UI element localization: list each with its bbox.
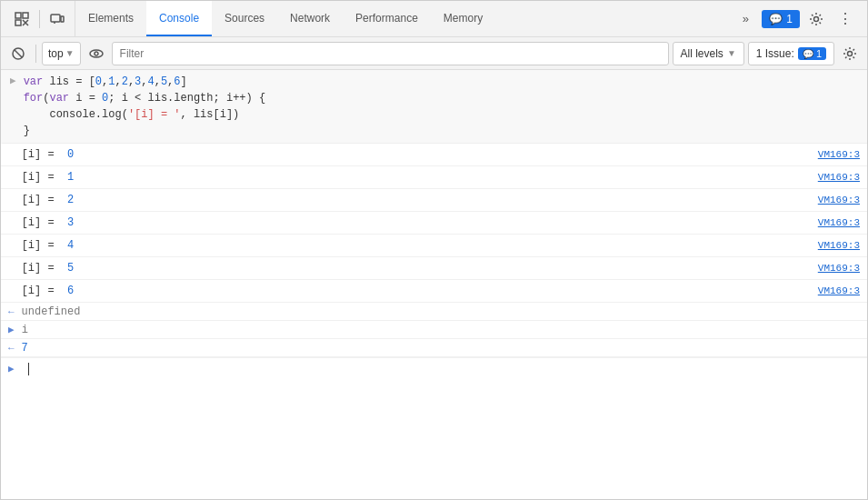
output-left-arrow: ← [8,306,15,317]
console-cursor[interactable] [22,363,29,375]
console-output: ▶ var lis = [0,1,2,3,4,5,6] for(var i = … [1,70,867,500]
toolbar-separator-1 [35,45,36,63]
tab-performance[interactable]: Performance [343,1,431,36]
code-block: var lis = [0,1,2,3,4,5,6] for(var i = 0;… [24,74,860,139]
tab-end-actions: » 💬 1 ⋮ [727,6,863,32]
main-tabs: Elements Console Sources Network Perform… [75,1,727,36]
expand-arrow[interactable]: ▶ [10,75,16,86]
chat-icon: 💬 [769,13,783,25]
log-line-2: ▶ [i] = 2 VM169:3 [1,189,867,212]
clear-console-button[interactable] [6,42,30,65]
vm-link-5[interactable]: VM169:3 [818,259,860,277]
tab-memory[interactable]: Memory [431,1,495,36]
chevron-down-icon: ▼ [65,48,75,58]
vm-link-0[interactable]: VM169:3 [818,145,860,164]
code-line-1: var lis = [0,1,2,3,4,5,6] [24,74,860,90]
svg-point-4 [814,16,819,21]
tab-sources[interactable]: Sources [212,1,277,36]
seven-output: ← 7 [1,339,867,357]
code-entry-block: ▶ var lis = [0,1,2,3,4,5,6] for(var i = … [1,70,867,144]
chevron-down-icon: ▼ [727,48,736,58]
tab-console[interactable]: Console [146,1,212,36]
seven-text: 7 [22,342,28,355]
devtools-icons [5,1,75,36]
issues-counter-button[interactable]: 1 Issue: 💬 1 [748,42,834,65]
more-options-button[interactable]: ⋮ [833,6,858,32]
output-left-arrow-2: ← [8,343,15,354]
live-expressions-button[interactable] [85,42,108,65]
undefined-output: ← undefined [1,303,867,321]
svg-point-7 [90,50,103,57]
svg-rect-0 [15,13,21,18]
more-tabs-button[interactable]: » [733,6,758,32]
console-toolbar: top ▼ All levels ▼ 1 Issue: 💬 1 [1,37,867,70]
i-input-line: ▶ i [1,321,867,339]
vm-link-6[interactable]: VM169:3 [818,282,860,300]
log-line-1: ▶ [i] = 1 VM169:3 [1,166,867,189]
code-line-3: console.log('[i] = ', lis[i]) [24,106,860,123]
icon-separator [39,10,40,28]
svg-rect-2 [61,16,64,22]
log-levels-selector[interactable]: All levels ▼ [673,42,744,65]
log-line-3: ▶ [i] = 3 VM169:3 [1,212,867,235]
settings-button[interactable] [803,6,829,32]
code-line-2: for(var i = 0; i < lis.length; i++) { [24,90,860,106]
vm-link-1[interactable]: VM169:3 [818,168,860,186]
issue-badge: 💬 1 [798,47,826,60]
log-line-0: ▶ [i] = 0 VM169:3 [1,144,867,166]
tab-bar: Elements Console Sources Network Perform… [1,1,867,37]
svg-line-6 [15,50,22,57]
vm-link-3[interactable]: VM169:3 [818,214,860,232]
log-line-5: ▶ [i] = 5 VM169:3 [1,257,867,280]
svg-rect-1 [51,15,60,22]
tab-network[interactable]: Network [277,1,343,36]
console-input-line[interactable]: ▶ [1,357,867,379]
input-right-arrow: ▶ [8,324,15,335]
undefined-text: undefined [22,305,81,318]
prompt-arrow: ▶ [8,363,15,375]
filter-input[interactable] [112,42,669,65]
svg-point-9 [848,51,853,55]
log-line-4: ▶ [i] = 4 VM169:3 [1,235,867,257]
tab-elements[interactable]: Elements [75,1,146,36]
i-text: i [22,324,28,336]
messages-badge-button[interactable]: 💬 1 [762,10,800,28]
vm-link-4[interactable]: VM169:3 [818,236,860,255]
code-line-4: } [24,123,860,139]
console-settings-button[interactable] [838,42,862,65]
inspect-icon[interactable] [10,7,34,31]
responsive-icon[interactable] [45,7,69,31]
log-line-6: ▶ [i] = 6 VM169:3 [1,280,867,303]
vm-link-2[interactable]: VM169:3 [818,191,860,209]
svg-point-8 [95,52,98,55]
context-selector[interactable]: top ▼ [42,42,81,65]
